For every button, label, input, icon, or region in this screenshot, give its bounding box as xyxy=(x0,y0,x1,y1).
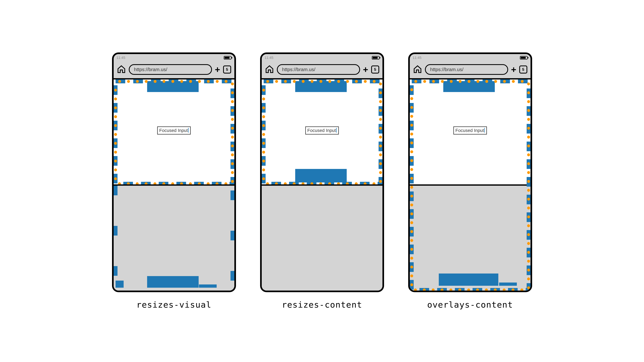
input-value: Focused Input xyxy=(159,128,188,133)
status-bar: 11:45 xyxy=(410,54,530,60)
plus-icon[interactable]: + xyxy=(511,65,516,74)
tab-count: 5 xyxy=(226,67,228,72)
url-text: https://bram.us/ xyxy=(282,67,316,72)
plus-icon[interactable]: + xyxy=(363,65,368,74)
text-caret-icon xyxy=(484,128,485,133)
url-bar[interactable]: https://bram.us/ xyxy=(425,64,508,75)
phone-mockup: 11:45 https://bram.us/ + 5 xyxy=(112,52,236,292)
fixed-bottom-right-sliver xyxy=(199,285,217,288)
fixed-bottom-element xyxy=(295,169,347,182)
status-bar: 11:45 xyxy=(114,54,234,60)
focused-input[interactable]: Focused Input xyxy=(453,126,487,134)
input-value: Focused Input xyxy=(455,128,484,133)
battery-icon xyxy=(372,56,380,59)
caption: overlays-content xyxy=(427,300,513,310)
virtual-keyboard xyxy=(114,184,234,291)
fixed-bottom-right-sliver xyxy=(499,283,517,286)
clock: 11:45 xyxy=(413,56,422,60)
fixed-bottom-left-sliver xyxy=(116,281,124,288)
tab-count-button[interactable]: 5 xyxy=(371,65,379,73)
layout-viewport-remnant xyxy=(114,186,234,292)
column-resizes-visual: 11:45 https://bram.us/ + 5 xyxy=(112,52,236,310)
clock: 11:45 xyxy=(264,56,274,60)
text-caret-icon xyxy=(336,128,337,133)
fixed-top-element xyxy=(443,81,495,92)
tab-count-button[interactable]: 5 xyxy=(519,65,527,73)
clock: 11:45 xyxy=(116,56,126,60)
caption: resizes-visual xyxy=(136,300,211,310)
battery-icon xyxy=(520,56,528,59)
home-icon[interactable] xyxy=(117,65,126,74)
column-overlays-content: 11:45 https://bram.us/ + 5 Focus xyxy=(408,52,532,310)
input-value: Focused Input xyxy=(307,128,336,133)
focused-input[interactable]: Focused Input xyxy=(157,126,190,134)
url-bar[interactable]: https://bram.us/ xyxy=(129,64,212,75)
phone-mockup: 11:45 https://bram.us/ + 5 Focus xyxy=(408,52,532,292)
fixed-top-element xyxy=(295,81,347,92)
toolbar-divider xyxy=(262,78,382,79)
toolbar-divider xyxy=(410,78,530,79)
tab-count-button[interactable]: 5 xyxy=(223,65,231,73)
fixed-top-element xyxy=(147,81,198,92)
url-text: https://bram.us/ xyxy=(430,67,464,72)
fixed-bottom-element xyxy=(439,274,498,286)
tab-count: 5 xyxy=(374,67,376,72)
diagram-stage: 11:45 https://bram.us/ + 5 xyxy=(112,52,532,310)
column-resizes-content: 11:45 https://bram.us/ + 5 Focus xyxy=(260,52,384,310)
toolbar-divider xyxy=(114,78,234,79)
battery-icon xyxy=(224,56,232,59)
status-bar: 11:45 xyxy=(262,54,382,60)
url-bar[interactable]: https://bram.us/ xyxy=(277,64,360,75)
browser-toolbar: https://bram.us/ + 5 xyxy=(114,62,234,77)
caption: resizes-content xyxy=(282,300,362,310)
url-text: https://bram.us/ xyxy=(134,67,168,72)
phone-mockup: 11:45 https://bram.us/ + 5 Focus xyxy=(260,52,384,292)
home-icon[interactable] xyxy=(413,65,422,74)
home-icon[interactable] xyxy=(265,65,274,74)
text-caret-icon xyxy=(188,128,189,133)
browser-toolbar: https://bram.us/ + 5 xyxy=(410,62,530,77)
browser-toolbar: https://bram.us/ + 5 xyxy=(262,62,382,77)
tab-count: 5 xyxy=(522,67,524,72)
plus-icon[interactable]: + xyxy=(215,65,220,74)
focused-input[interactable]: Focused Input xyxy=(305,126,339,134)
virtual-keyboard xyxy=(262,184,382,291)
fixed-bottom-element xyxy=(147,276,198,288)
